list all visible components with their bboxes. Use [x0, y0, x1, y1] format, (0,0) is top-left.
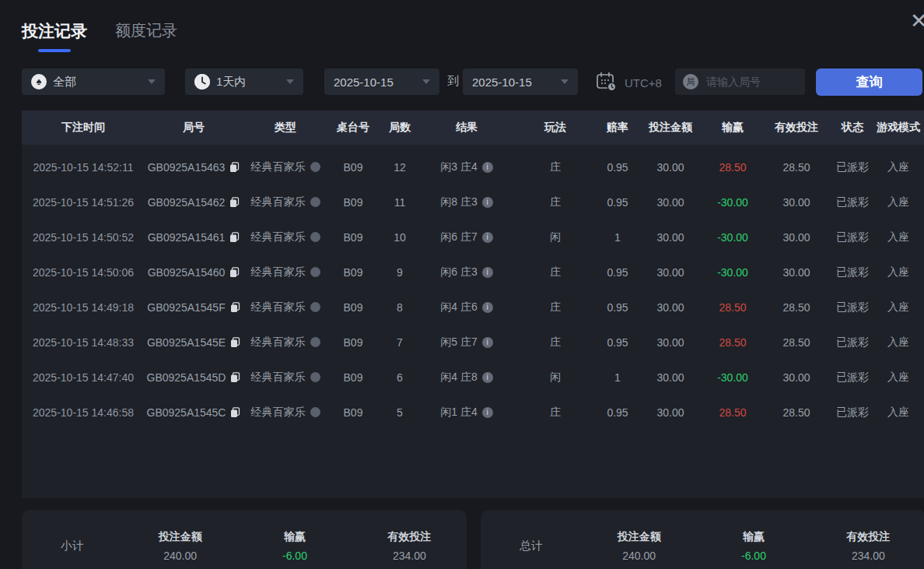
game-mode-cell: 入座 [873, 300, 924, 314]
chevron-down-icon [422, 79, 430, 84]
time-range-value: 1天内 [216, 75, 246, 90]
bet-time-cell: 2025-10-15 14:47:40 [22, 371, 145, 384]
total-bet-label: 投注金额 [582, 530, 696, 544]
round-number-field: 局 [675, 68, 805, 95]
subtotal-valid-stat: 有效投注 234.00 [352, 530, 467, 562]
status-cell: 已派彩 [832, 265, 873, 279]
subtotal-bet-value: 240.00 [123, 550, 237, 562]
query-button[interactable]: 查询 [816, 68, 922, 96]
copy-icon[interactable] [230, 372, 240, 383]
bet-time-cell: 2025-10-15 14:50:52 [22, 231, 145, 244]
subtotal-win-value: -6.00 [237, 550, 352, 562]
replay-icon[interactable] [310, 302, 320, 312]
replay-icon[interactable] [310, 372, 320, 382]
game-mode-cell: 入座 [873, 406, 924, 420]
valid-bet-cell: 28.50 [761, 161, 832, 174]
bet-time-cell: 2025-10-15 14:50:06 [22, 266, 145, 279]
table-row: 2025-10-15 14:49:18GB0925A1545F经典百家乐B098… [22, 290, 924, 325]
win-loss-cell: 28.50 [705, 301, 761, 314]
game-type-dropdown[interactable]: ♠ 全部 [22, 68, 165, 95]
game-type-cell: 经典百家乐 [243, 406, 328, 420]
copy-icon[interactable] [229, 232, 240, 243]
game-type-cell: 经典百家乐 [243, 300, 328, 314]
win-loss-cell: -30.00 [705, 231, 761, 244]
replay-icon[interactable] [310, 337, 320, 347]
info-icon[interactable]: i [482, 197, 493, 208]
column-header: 投注金额 [636, 121, 705, 135]
copy-icon[interactable] [229, 197, 240, 208]
round-count-cell: 8 [378, 301, 422, 314]
total-valid-label: 有效投注 [811, 530, 924, 544]
round-count-cell: 5 [378, 406, 422, 419]
column-header: 玩法 [512, 121, 599, 135]
info-icon[interactable]: i [482, 267, 493, 278]
copy-icon[interactable] [229, 267, 240, 278]
result-cell: 闲6 庄7i [422, 230, 512, 244]
subtotal-bet-label: 投注金额 [123, 530, 237, 544]
game-type-text: 经典百家乐 [251, 406, 306, 420]
play-type-cell: 庄 [512, 406, 599, 420]
tab-quota-records[interactable]: 额度记录 [115, 20, 177, 52]
copy-icon[interactable] [229, 162, 240, 173]
result-text: 闲3 庄4 [440, 160, 477, 174]
status-cell: 已派彩 [832, 195, 873, 209]
date-to-picker[interactable]: 2025-10-15 [463, 68, 578, 95]
info-icon[interactable]: i [482, 302, 493, 313]
subtotal-bet-stat: 投注金额 240.00 [123, 530, 237, 562]
total-win-value: -6.00 [696, 550, 810, 562]
filter-bar: ♠ 全部 1天内 2025-10-15 到 2025-10-15 [22, 68, 924, 96]
copy-icon[interactable] [230, 407, 240, 418]
round-id-text: GB0925A1545F [147, 301, 225, 314]
total-valid-value: 234.00 [811, 550, 924, 562]
round-id-cell: GB0925A1545D [145, 371, 243, 384]
subtotal-win-label: 输赢 [237, 530, 352, 544]
result-text: 闲8 庄3 [440, 195, 477, 209]
round-id-text: GB0925A1545E [147, 336, 226, 349]
result-text: 闲6 庄7 [440, 230, 477, 244]
copy-icon[interactable] [230, 337, 240, 348]
replay-icon[interactable] [310, 162, 320, 172]
result-cell: 闲5 庄7i [422, 335, 512, 349]
replay-icon[interactable] [310, 197, 320, 207]
result-cell: 闲6 庄3i [422, 265, 512, 279]
odds-cell: 0.95 [599, 336, 636, 349]
table-number-cell: B09 [328, 196, 378, 209]
status-cell: 已派彩 [832, 160, 873, 174]
table-number-cell: B09 [328, 336, 378, 349]
game-type-cell: 经典百家乐 [243, 160, 328, 174]
spade-icon: ♠ [31, 74, 47, 90]
odds-cell: 0.95 [599, 406, 636, 419]
valid-bet-cell: 30.00 [761, 231, 832, 244]
round-count-cell: 6 [378, 371, 422, 384]
date-to-value: 2025-10-15 [472, 76, 532, 89]
play-type-cell: 庄 [512, 335, 599, 349]
chevron-down-icon [561, 79, 569, 84]
date-from-picker[interactable]: 2025-10-15 [324, 68, 439, 95]
active-tab-underline [38, 49, 71, 52]
replay-icon[interactable] [310, 232, 320, 242]
replay-icon[interactable] [310, 407, 320, 417]
valid-bet-cell: 28.50 [761, 301, 832, 314]
info-icon[interactable]: i [482, 232, 493, 243]
column-header: 有效投注 [761, 121, 832, 135]
copy-icon[interactable] [230, 302, 240, 313]
column-header: 局数 [378, 121, 422, 135]
win-loss-cell: 28.50 [705, 161, 761, 174]
tab-betting-records[interactable]: 投注记录 [22, 20, 87, 52]
close-icon[interactable]: ✕ [910, 11, 924, 32]
bet-time-cell: 2025-10-15 14:52:11 [22, 161, 145, 174]
table-number-cell: B09 [328, 406, 378, 419]
info-icon[interactable]: i [482, 407, 493, 418]
tab-betting-records-label: 投注记录 [22, 22, 87, 40]
round-number-input[interactable] [705, 75, 797, 89]
info-icon[interactable]: i [482, 337, 493, 348]
replay-icon[interactable] [310, 267, 320, 277]
info-icon[interactable]: i [482, 162, 493, 173]
game-type-cell: 经典百家乐 [243, 195, 328, 209]
info-icon[interactable]: i [482, 372, 493, 383]
table-row: 2025-10-15 14:50:06GB0925A15460经典百家乐B099… [22, 255, 924, 290]
round-id-text: GB0925A1545C [147, 406, 226, 419]
round-id-cell: GB0925A1545E [145, 336, 243, 349]
column-header: 局号 [145, 121, 243, 135]
time-range-dropdown[interactable]: 1天内 [185, 68, 303, 95]
